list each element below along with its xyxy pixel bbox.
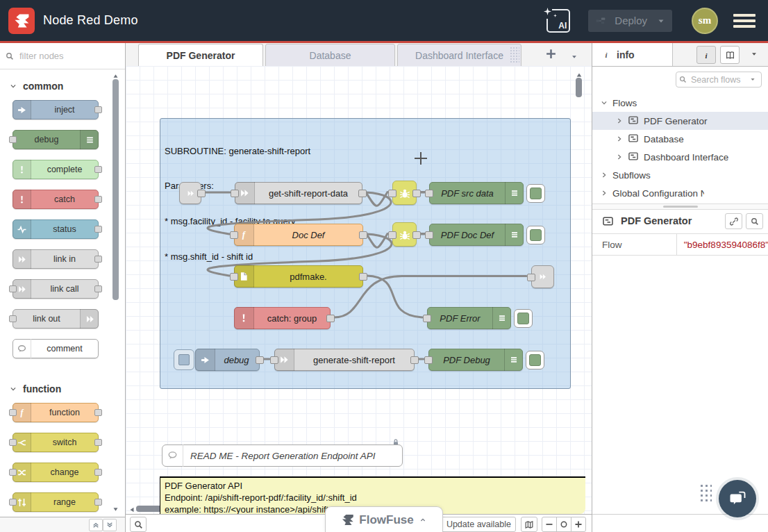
input-port[interactable] [231,190,239,197]
palette-scroll-down-icon[interactable] [112,503,119,515]
chevron-right-icon[interactable] [616,152,623,163]
input-port[interactable] [9,315,17,322]
zoom-in-button[interactable] [571,517,586,532]
tree-item-subflows[interactable]: Subflows [592,166,768,184]
palette-node-link out[interactable]: link out [12,309,99,329]
bug-node[interactable] [392,222,417,247]
output-port[interactable] [94,469,102,476]
input-port[interactable] [230,231,238,239]
deploy-button[interactable]: Deploy [588,10,672,32]
input-port[interactable] [424,356,433,364]
search-flows-button[interactable] [130,517,147,532]
output-port[interactable] [94,256,102,263]
input-port[interactable] [425,190,433,197]
output-port[interactable] [359,231,367,239]
output-port[interactable] [94,499,102,506]
debug-node[interactable]: PDF Debug [428,349,523,371]
input-port[interactable] [423,315,431,322]
debug-node[interactable]: PDF Error [427,307,511,329]
palette-category-common[interactable]: common [10,81,125,92]
input-port[interactable] [9,409,17,416]
tree-item-flows[interactable]: Flows [592,94,768,112]
palette-scrollbar[interactable] [112,79,119,300]
main-menu-button[interactable] [733,14,756,28]
zoom-reset-button[interactable] [556,517,571,532]
flow-list-caret-icon[interactable] [570,51,578,63]
tree-item-dashboard-interface[interactable]: Dashboard Interface [592,148,768,166]
input-port[interactable] [9,136,17,143]
tab-dashboard-interface[interactable]: Dashboard Interface [397,44,521,67]
output-port[interactable] [359,273,367,281]
zoom-out-button[interactable] [542,517,557,532]
palette-node-inject[interactable]: inject [12,100,99,119]
debug-node[interactable]: PDF src data [429,182,524,204]
palette-node-comment[interactable]: comment [12,339,99,358]
debug-toggle-button[interactable] [526,351,544,369]
output-port[interactable] [410,356,419,364]
user-avatar[interactable]: sm [692,8,718,34]
palette-collapse-all-button[interactable] [89,519,103,531]
palette-node-switch[interactable]: switch [12,433,99,452]
link-call-node[interactable]: get-shift-report-data [235,182,362,204]
output-port[interactable] [326,315,335,322]
input-port[interactable] [270,356,278,364]
chevron-right-icon[interactable] [601,188,608,199]
palette-node-range[interactable]: range [12,492,99,512]
inject-node[interactable]: debug [174,349,258,369]
chevron-right-icon[interactable] [616,134,623,144]
palette-node-complete[interactable]: complete [12,160,99,179]
map-view-button[interactable] [521,517,537,532]
palette-node-catch[interactable]: catch [12,190,99,209]
chat-widget-button[interactable] [719,480,756,517]
input-port[interactable] [9,285,17,292]
ai-assistant-button[interactable]: AI [546,9,570,33]
output-port[interactable] [94,196,102,203]
chevron-right-icon[interactable] [616,116,623,126]
palette-expand-all-button[interactable] [103,519,117,531]
output-port[interactable] [197,190,206,197]
output-port[interactable] [94,106,102,113]
input-port[interactable] [425,231,433,239]
deploy-dropdown-caret-icon[interactable] [657,17,665,25]
input-port[interactable] [9,469,17,476]
palette-node-change[interactable]: change [12,463,99,482]
output-port[interactable] [94,226,102,233]
input-port[interactable] [9,439,17,446]
sidebar-splitter[interactable] [592,203,768,210]
palette-category-function[interactable]: function [10,383,125,394]
input-port[interactable] [230,273,238,281]
debug-toggle-button[interactable] [514,309,533,328]
tab-info[interactable]: i info [592,43,673,66]
input-port[interactable] [9,499,17,506]
debug-node[interactable]: PDF Doc Def [429,224,524,246]
add-flow-button[interactable] [545,48,557,63]
chevron-right-icon[interactable] [601,170,608,181]
link-out-node[interactable] [531,265,554,288]
chat-drag-handle-icon[interactable] [699,483,712,503]
output-port[interactable] [358,190,367,197]
tab-pdf-generator[interactable]: PDF Generator [138,44,263,67]
flowfuse-button[interactable]: FlowFuse [325,506,443,532]
comment-node[interactable]: READ ME - Report Generation Endpoint API [162,444,403,467]
function-node[interactable]: fDoc Def [234,224,363,246]
output-port[interactable] [256,356,264,364]
link-call-node[interactable]: generate-shift-report [274,349,415,371]
debug-toggle-button[interactable] [526,184,545,203]
debug-toggle-button[interactable] [526,226,545,244]
input-port[interactable] [527,274,535,281]
chevron-down-icon[interactable] [601,98,608,108]
tree-item-pdf-generator[interactable]: PDF Generator [592,112,768,130]
palette-node-link in[interactable]: link in [12,249,99,269]
filter-nodes-input[interactable] [18,50,104,62]
sidebar-search-box[interactable] [676,72,762,88]
output-port[interactable] [412,231,421,239]
tab-database[interactable]: Database [265,44,395,67]
tree-item-global-configuration-nodes[interactable]: Global Configuration Nodes [592,184,768,202]
output-port[interactable] [94,285,102,292]
palette-node-link call[interactable]: link call [12,279,99,299]
search-caret-icon[interactable] [749,76,756,83]
pdfmake-node[interactable]: pdfmake. [234,265,363,288]
output-port[interactable] [94,166,102,173]
input-port[interactable] [388,190,396,197]
palette-node-status[interactable]: status [12,219,99,239]
